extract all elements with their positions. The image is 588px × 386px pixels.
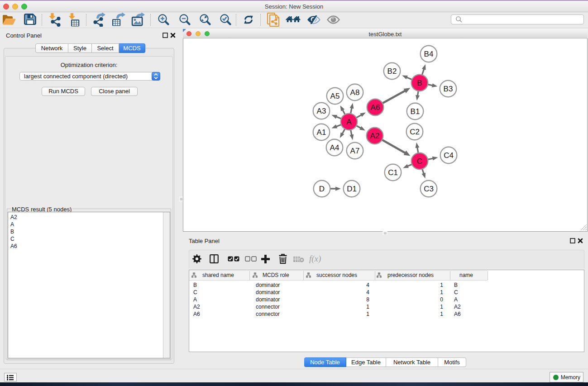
svg-text:A3: A3 bbox=[317, 107, 326, 115]
svg-text:C1: C1 bbox=[388, 168, 398, 177]
svg-text:A5: A5 bbox=[330, 92, 340, 100]
svg-text:B3: B3 bbox=[444, 85, 453, 93]
svg-text:B4: B4 bbox=[424, 50, 434, 58]
svg-text:A2: A2 bbox=[370, 132, 380, 140]
svg-text:A6: A6 bbox=[371, 103, 380, 112]
svg-text:A8: A8 bbox=[350, 88, 360, 97]
svg-text:B2: B2 bbox=[387, 67, 397, 76]
svg-text:C2: C2 bbox=[410, 128, 420, 136]
svg-text:B: B bbox=[417, 79, 422, 87]
svg-text:A7: A7 bbox=[350, 147, 360, 155]
svg-text:C4: C4 bbox=[444, 151, 454, 160]
svg-text:D1: D1 bbox=[347, 185, 357, 193]
svg-text:A: A bbox=[346, 118, 352, 126]
svg-text:B1: B1 bbox=[411, 107, 420, 116]
svg-text:C: C bbox=[417, 157, 422, 166]
svg-text:A1: A1 bbox=[317, 128, 326, 137]
svg-text:A4: A4 bbox=[330, 143, 339, 152]
svg-text:D: D bbox=[319, 185, 325, 193]
svg-text:C3: C3 bbox=[424, 185, 434, 193]
